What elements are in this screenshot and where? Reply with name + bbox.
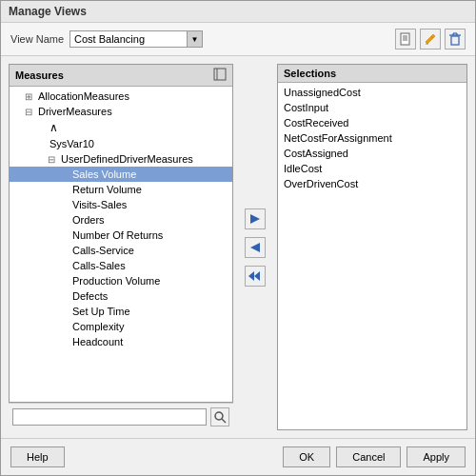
title-bar: Manage Views <box>1 1 475 23</box>
list-item[interactable]: NetCostForAssignment <box>278 130 466 146</box>
measures-title: Measures <box>15 69 64 81</box>
svg-rect-10 <box>214 69 226 80</box>
search-row <box>9 403 233 430</box>
list-item[interactable]: OverDrivenCost <box>278 176 466 191</box>
dialog-title: Manage Views <box>9 5 87 18</box>
double-left-arrow-icon <box>248 268 263 284</box>
list-item[interactable]: UnassignedCost <box>278 85 466 100</box>
item-label: DriverMeasures <box>38 106 112 117</box>
expand-icon: ⊞ <box>25 91 36 102</box>
svg-marker-14 <box>250 214 260 224</box>
svg-rect-0 <box>401 33 409 45</box>
collapse-icon: ⊟ <box>25 107 36 117</box>
search-input[interactable] <box>12 408 207 426</box>
item-label: Number Of Returns <box>72 229 163 241</box>
measures-tree: ⊞ AllocationMeasures ⊟ DriverMeasures ∧ <box>10 87 232 402</box>
middle-buttons <box>241 64 269 430</box>
move-right-button[interactable] <box>245 208 266 229</box>
list-item[interactable]: ⊟ DriverMeasures <box>10 104 232 119</box>
new-view-button[interactable] <box>395 29 416 50</box>
item-label: Calls-Sales <box>72 260 126 271</box>
svg-line-13 <box>222 419 226 423</box>
list-item[interactable]: IdleCost <box>278 161 466 176</box>
measures-panel: Measures ⊞ AllocationMeasures <box>9 64 233 403</box>
delete-view-button[interactable] <box>445 29 466 50</box>
item-label: Set Up Time <box>72 306 130 317</box>
ok-button[interactable]: OK <box>283 446 330 467</box>
help-button[interactable]: Help <box>10 446 65 467</box>
list-item[interactable]: CostInput <box>278 100 466 115</box>
item-label: Complexity <box>72 321 124 332</box>
selections-header: Selections <box>278 65 466 83</box>
list-item[interactable]: Defects <box>10 288 232 304</box>
list-item[interactable]: Visits-Sales <box>10 197 232 212</box>
svg-marker-16 <box>254 271 260 281</box>
edit-view-button[interactable] <box>420 29 441 50</box>
item-label: Visits-Sales <box>72 199 127 210</box>
right-arrow-icon <box>248 211 263 227</box>
view-name-row: View Name Cost Balancing ▼ <box>1 23 475 56</box>
list-item[interactable]: Return Volume <box>10 182 232 197</box>
list-item[interactable]: Production Volume <box>10 273 232 288</box>
manage-views-dialog: Manage Views View Name Cost Balancing ▼ <box>0 0 476 476</box>
item-label: ∧ <box>50 121 58 134</box>
list-item[interactable]: Set Up Time <box>10 304 232 319</box>
item-label: Return Volume <box>72 184 142 195</box>
delete-icon <box>448 32 462 46</box>
item-label: Headcount <box>72 336 123 347</box>
list-item[interactable]: Orders <box>10 212 232 228</box>
list-item[interactable]: SysVar10 <box>10 136 232 151</box>
list-item[interactable]: Calls-Sales <box>10 258 232 273</box>
edit-icon <box>424 32 437 46</box>
toolbar-icons <box>395 29 466 50</box>
list-item[interactable]: ∧ <box>10 119 232 136</box>
view-name-value: Cost Balancing <box>74 33 183 45</box>
item-label: Sales Volume <box>72 169 136 180</box>
item-label: SysVar10 <box>50 138 94 149</box>
apply-button[interactable]: Apply <box>407 446 466 467</box>
item-label: Defects <box>72 290 108 302</box>
collapse-icon: ⊟ <box>48 154 59 165</box>
svg-marker-17 <box>248 271 254 281</box>
dropdown-arrow-icon[interactable]: ▼ <box>187 31 202 47</box>
main-content: Measures ⊞ AllocationMeasures <box>1 56 475 438</box>
item-label: Calls-Service <box>72 245 134 256</box>
list-item[interactable]: Headcount <box>10 334 232 349</box>
svg-point-12 <box>215 412 223 420</box>
cancel-button[interactable]: Cancel <box>336 446 401 467</box>
list-item[interactable]: CostAssigned <box>278 146 466 161</box>
selections-list: UnassignedCost CostInput CostReceived Ne… <box>278 83 466 429</box>
search-icon <box>213 410 227 424</box>
selections-title: Selections <box>284 68 336 79</box>
item-label: AllocationMeasures <box>38 90 129 102</box>
list-item[interactable]: CostReceived <box>278 115 466 130</box>
svg-rect-5 <box>451 36 459 45</box>
selections-panel: Selections UnassignedCost CostInput Cost… <box>277 64 467 430</box>
view-name-label: View Name <box>10 33 64 45</box>
new-icon <box>399 32 412 46</box>
move-all-left-button[interactable] <box>245 266 266 287</box>
list-item[interactable]: Sales Volume <box>10 167 232 182</box>
list-item[interactable]: ⊟ UserDefinedDriverMeasures <box>10 151 232 167</box>
search-button[interactable] <box>210 407 229 426</box>
item-label: UserDefinedDriverMeasures <box>61 153 193 165</box>
move-left-button[interactable] <box>245 237 266 258</box>
bottom-bar: Help OK Cancel Apply <box>1 438 475 475</box>
list-item[interactable]: Calls-Service <box>10 243 232 258</box>
item-label: Orders <box>72 214 105 226</box>
left-panel: Measures ⊞ AllocationMeasures <box>9 64 233 430</box>
left-arrow-icon <box>248 240 263 255</box>
measures-icon[interactable] <box>213 68 227 83</box>
right-panel: Selections UnassignedCost CostInput Cost… <box>277 64 467 430</box>
list-item[interactable]: Number Of Returns <box>10 228 232 243</box>
measures-header: Measures <box>10 65 232 87</box>
item-label: Production Volume <box>72 275 160 287</box>
svg-marker-15 <box>250 243 260 252</box>
list-item[interactable]: ⊞ AllocationMeasures <box>10 89 232 104</box>
list-item[interactable]: Complexity <box>10 319 232 334</box>
view-name-dropdown[interactable]: Cost Balancing ▼ <box>69 30 203 48</box>
